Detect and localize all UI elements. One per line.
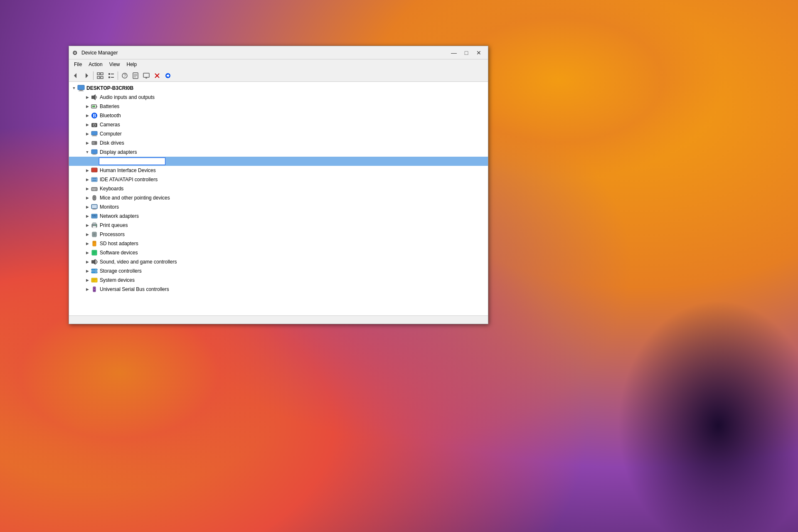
display-adapter-name-input[interactable] [99, 158, 165, 165]
uninstall-button[interactable] [152, 71, 162, 81]
network-expander[interactable]: ▶ [84, 213, 91, 219]
svg-marker-1 [86, 73, 88, 78]
svg-rect-47 [92, 168, 97, 169]
tree-item-mice[interactable]: ▶ Mice and other pointing devices [69, 193, 488, 202]
svg-rect-60 [96, 190, 96, 190]
menu-file[interactable]: File [71, 61, 85, 68]
keyboards-icon [91, 185, 98, 192]
sound-expander[interactable]: ▶ [84, 259, 91, 265]
audio-icon [91, 94, 98, 101]
tree-item-computer[interactable]: ▶ Computer [69, 129, 488, 138]
disk-icon [91, 139, 98, 147]
svg-rect-44 [93, 154, 96, 155]
menu-view[interactable]: View [106, 61, 123, 68]
ide-icon [91, 176, 98, 183]
software-expander[interactable]: ▶ [84, 249, 91, 256]
hid-icon [91, 167, 98, 174]
audio-expander[interactable]: ▶ [84, 94, 91, 101]
processors-icon [91, 231, 98, 238]
network-icon [91, 212, 98, 220]
close-button[interactable]: ✕ [473, 48, 485, 57]
computer-expander[interactable]: ▶ [84, 131, 91, 137]
batteries-expander[interactable]: ▶ [84, 103, 91, 110]
svg-rect-73 [93, 223, 96, 224]
tree-item-sound[interactable]: ▶ Sound, video and game controllers [69, 257, 488, 266]
minimize-button[interactable]: — [448, 48, 460, 57]
usb-expander[interactable]: ▶ [84, 286, 91, 293]
print-label: Print queues [100, 222, 128, 228]
scan-button[interactable] [141, 71, 151, 81]
svg-rect-25 [79, 91, 84, 91]
display-expander[interactable]: ▼ [84, 149, 91, 155]
svg-point-75 [96, 225, 96, 226]
tree-item-storage[interactable]: ▶ Storage controllers [69, 266, 488, 276]
tree-item-print[interactable]: ▶ Print queues [69, 221, 488, 230]
svg-rect-102 [94, 288, 95, 289]
monitors-expander[interactable]: ▶ [84, 204, 91, 210]
hid-expander[interactable]: ▶ [84, 167, 91, 174]
svg-rect-8 [111, 74, 114, 74]
list-view-button[interactable] [106, 71, 116, 81]
forward-icon [83, 72, 90, 79]
svg-rect-68 [92, 215, 94, 216]
bluetooth-expander[interactable]: ▶ [84, 112, 91, 119]
print-icon [91, 222, 98, 229]
forward-button[interactable] [81, 71, 91, 81]
mice-expander[interactable]: ▶ [84, 195, 91, 201]
tree-item-hid[interactable]: ▶ Human Interface Devices [69, 166, 488, 175]
tree-item-batteries[interactable]: ▶ Batteries [69, 102, 488, 111]
svg-rect-100 [92, 281, 95, 281]
toolbar: ? [69, 69, 488, 82]
tree-item-network[interactable]: ▶ Network adapters [69, 212, 488, 221]
tree-item-sd[interactable]: ▶ SD host adapters [69, 239, 488, 248]
disk-expander[interactable]: ▶ [84, 140, 91, 146]
sound-icon [91, 258, 98, 266]
print-expander[interactable]: ▶ [84, 222, 91, 229]
tree-item-ide[interactable]: ▶ IDE ATA/ATAPI controllers [69, 175, 488, 184]
maximize-button[interactable]: □ [461, 48, 472, 57]
tree-item-system[interactable]: ▶ System devices [69, 276, 488, 285]
back-button[interactable] [71, 71, 81, 81]
svg-rect-67 [91, 214, 97, 218]
list-view-icon [108, 72, 114, 79]
tree-view[interactable]: ▼ DESKTOP-B3CRI0B ▶ Audio inputs and [69, 82, 488, 315]
update-driver-button[interactable] [163, 71, 173, 81]
network-label: Network adapters [100, 213, 139, 219]
root-expander[interactable]: ▼ [71, 85, 77, 91]
uninstall-icon [154, 72, 160, 79]
svg-rect-43 [91, 150, 97, 154]
sd-label: SD host adapters [100, 241, 138, 246]
menu-action[interactable]: Action [85, 61, 106, 68]
display-adapter-editing-item[interactable] [69, 157, 488, 166]
tree-item-monitors[interactable]: ▶ Monitors [69, 202, 488, 212]
tree-item-bluetooth[interactable]: ▶ B Bluetooth [69, 111, 488, 120]
tree-item-software[interactable]: ▶ Software devices [69, 248, 488, 257]
ide-expander[interactable]: ▶ [84, 176, 91, 183]
tree-item-display[interactable]: ▼ Display adapters [69, 148, 488, 157]
svg-rect-98 [91, 278, 97, 282]
svg-rect-65 [93, 209, 96, 209]
tree-item-disk[interactable]: ▶ Disk drives [69, 138, 488, 148]
svg-rect-91 [93, 254, 95, 254]
menu-help[interactable]: Help [123, 61, 140, 68]
cameras-expander[interactable]: ▶ [84, 121, 91, 128]
properties-button[interactable] [131, 71, 140, 81]
tree-item-keyboards[interactable]: ▶ Keyboards [69, 184, 488, 193]
storage-expander[interactable]: ▶ [84, 268, 91, 274]
keyboards-expander[interactable]: ▶ [84, 185, 91, 192]
system-expander[interactable]: ▶ [84, 277, 91, 283]
sd-expander[interactable]: ▶ [84, 240, 91, 247]
tree-view-button[interactable] [95, 71, 105, 81]
tree-item-usb[interactable]: ▶ Universal Serial Bus controllers [69, 285, 488, 294]
processors-expander[interactable]: ▶ [84, 231, 91, 238]
svg-rect-45 [92, 155, 96, 155]
svg-point-35 [94, 125, 95, 126]
tree-root[interactable]: ▼ DESKTOP-B3CRI0B [69, 84, 488, 93]
tree-item-audio[interactable]: ▶ Audio inputs and outputs [69, 93, 488, 102]
computer-icon [91, 130, 98, 138]
svg-rect-77 [93, 233, 96, 236]
svg-rect-52 [92, 180, 96, 181]
tree-item-cameras[interactable]: ▶ Cameras [69, 120, 488, 129]
tree-item-processors[interactable]: ▶ Processors [69, 230, 488, 239]
help-button[interactable]: ? [120, 71, 130, 81]
